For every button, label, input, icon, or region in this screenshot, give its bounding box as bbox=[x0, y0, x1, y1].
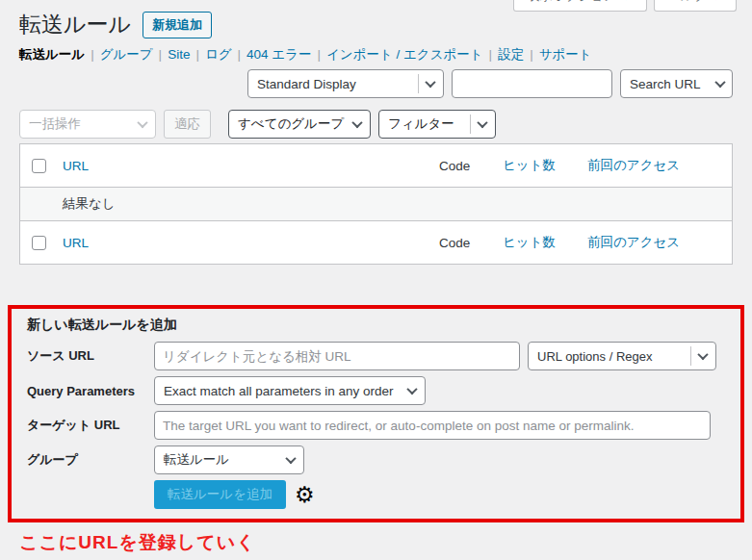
screen-meta-tabs: 表示オプション ▼ ヘルプ ▼ bbox=[513, 0, 737, 12]
chevron-down-icon bbox=[697, 349, 708, 360]
no-results-message: 結果なし bbox=[63, 195, 732, 213]
group-select[interactable]: 転送ルール bbox=[154, 445, 304, 474]
nav-item-redirects[interactable]: 転送ルール bbox=[19, 47, 85, 62]
search-input[interactable] bbox=[452, 69, 612, 98]
gear-icon[interactable]: ⚙ bbox=[295, 484, 315, 506]
search-type-select[interactable]: Search URL bbox=[620, 69, 733, 98]
source-url-input[interactable] bbox=[154, 342, 520, 370]
redirects-table: URL Code ヒット数 前回のアクセス 結果なし URL Code ヒット数… bbox=[19, 143, 733, 265]
group-filter-select[interactable]: すべてのグループ bbox=[228, 110, 371, 139]
screen-options-button[interactable]: 表示オプション ▼ bbox=[513, 0, 647, 12]
url-options-select[interactable]: URL options / Regex bbox=[528, 342, 716, 370]
url-options-value: URL options / Regex bbox=[537, 349, 683, 364]
column-header-hits[interactable]: ヒット数 bbox=[503, 157, 587, 174]
nav-separator: | bbox=[159, 47, 163, 62]
title-row: 転送ルール 新規追加 bbox=[19, 10, 733, 38]
nav-separator: | bbox=[317, 47, 321, 62]
help-button[interactable]: ヘルプ ▼ bbox=[654, 0, 737, 12]
bulk-action-select[interactable]: 一括操作 bbox=[19, 110, 156, 139]
column-footer-hits[interactable]: ヒット数 bbox=[503, 234, 587, 251]
display-options-value: Standard Display bbox=[257, 77, 410, 91]
select-divider bbox=[690, 346, 691, 366]
submit-row: 転送ルールを追加 ⚙ bbox=[27, 480, 725, 509]
select-divider bbox=[418, 74, 419, 93]
table-header-row: URL Code ヒット数 前回のアクセス bbox=[20, 144, 732, 187]
nav-separator: | bbox=[238, 47, 242, 62]
query-parameters-label: Query Parameters bbox=[27, 384, 154, 398]
select-divider bbox=[470, 115, 471, 134]
target-url-row: ターゲット URL bbox=[27, 411, 725, 440]
nav-separator: | bbox=[530, 47, 533, 62]
table-footer-row: URL Code ヒット数 前回のアクセス bbox=[20, 221, 732, 264]
apply-button[interactable]: 適応 bbox=[164, 110, 211, 139]
chevron-down-icon bbox=[406, 384, 417, 395]
add-redirect-heading: 新しい転送ルールを追加 bbox=[27, 317, 725, 334]
plugin-subnav: 転送ルール|グループ|Site|ログ|404 エラー|インポート / エクスポー… bbox=[19, 46, 733, 63]
bulk-action-value: 一括操作 bbox=[29, 115, 139, 133]
query-parameters-select[interactable]: Exact match all parameters in any order bbox=[154, 376, 426, 405]
select-all-checkbox[interactable] bbox=[32, 236, 46, 250]
chevron-down-icon bbox=[714, 77, 725, 88]
chevron-down-icon bbox=[137, 117, 147, 128]
chevron-down-icon bbox=[477, 117, 487, 128]
target-url-label: ターゲット URL bbox=[27, 417, 154, 434]
column-header-url[interactable]: URL bbox=[63, 159, 439, 173]
column-footer-last-access[interactable]: 前回のアクセス bbox=[587, 234, 732, 251]
annotation-caption: ここにURLを登録していく bbox=[19, 530, 733, 555]
column-footer-url[interactable]: URL bbox=[63, 236, 439, 250]
group-select-value: 転送ルール bbox=[164, 451, 287, 469]
nav-item-log[interactable]: ログ bbox=[205, 47, 232, 62]
nav-separator: | bbox=[195, 47, 199, 62]
source-url-label: ソース URL bbox=[27, 347, 154, 365]
nav-item-import-export[interactable]: インポート / エクスポート bbox=[326, 47, 483, 62]
chevron-down-icon bbox=[285, 453, 296, 464]
source-url-row: ソース URL URL options / Regex bbox=[27, 342, 725, 370]
target-url-input[interactable] bbox=[154, 411, 711, 440]
query-parameters-value: Exact match all parameters in any order bbox=[164, 384, 408, 398]
nav-item-groups[interactable]: グループ bbox=[100, 47, 153, 62]
column-header-last-access[interactable]: 前回のアクセス bbox=[587, 157, 732, 174]
filter-select[interactable]: フィルター bbox=[378, 110, 496, 139]
add-redirect-panel: 新しい転送ルールを追加 ソース URL URL options / Regex … bbox=[8, 305, 744, 522]
add-new-button[interactable]: 新規追加 bbox=[143, 12, 212, 38]
column-footer-code: Code bbox=[439, 236, 503, 250]
column-header-code: Code bbox=[439, 159, 503, 173]
nav-separator: | bbox=[489, 47, 493, 62]
add-redirect-button[interactable]: 転送ルールを追加 bbox=[154, 480, 286, 509]
bulk-actions-row: 一括操作 適応 すべてのグループ フィルター bbox=[19, 110, 733, 139]
nav-separator: | bbox=[91, 47, 94, 62]
group-filter-value: すべてのグループ bbox=[238, 115, 353, 133]
page-content: 転送ルール 新規追加 転送ルール|グループ|Site|ログ|404 エラー|イン… bbox=[0, 0, 752, 555]
group-row: グループ 転送ルール bbox=[27, 445, 725, 474]
nav-item-options[interactable]: 設定 bbox=[498, 47, 524, 62]
nav-item-site[interactable]: Site bbox=[168, 47, 190, 62]
select-all-checkbox[interactable] bbox=[32, 159, 46, 173]
group-label: グループ bbox=[27, 451, 154, 469]
search-type-value: Search URL bbox=[630, 77, 701, 91]
query-parameters-row: Query Parameters Exact match all paramet… bbox=[27, 376, 725, 405]
nav-item-404[interactable]: 404 エラー bbox=[246, 47, 311, 62]
search-row: Standard Display Search URL bbox=[19, 69, 733, 98]
page-title: 転送ルール bbox=[19, 10, 131, 38]
display-options-select[interactable]: Standard Display bbox=[247, 69, 444, 98]
table-empty-row: 結果なし bbox=[20, 187, 732, 221]
nav-item-support[interactable]: サポート bbox=[539, 47, 592, 62]
filter-value: フィルター bbox=[388, 115, 462, 133]
chevron-down-icon bbox=[351, 117, 362, 128]
chevron-down-icon bbox=[425, 77, 435, 88]
